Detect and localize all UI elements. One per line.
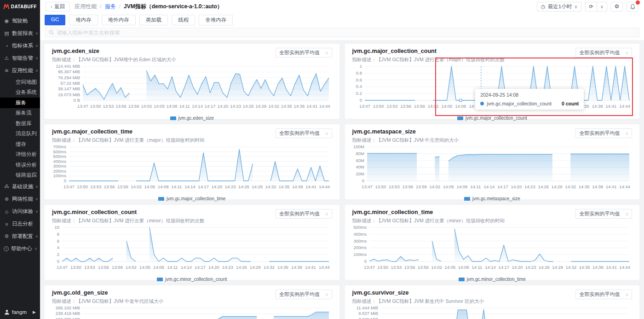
sidebar-item-database[interactable]: 数据库 [0,118,40,129]
chevron-down-icon: ∨ [35,44,38,48]
notifications-button[interactable] [627,2,638,12]
svg-text:13:59: 13:59 [117,184,128,189]
chart-legend[interactable]: jvm.gc.major_collection_time [52,196,332,202]
svg-text:13:53: 13:53 [391,265,402,270]
instance-aggregation-dropdown[interactable]: 全部实例的平均值∨ [575,290,632,299]
user-row[interactable]: fangm ▶ [0,305,40,319]
chart-legend[interactable]: jvm.gc.minor_collection_count [52,276,332,282]
sidebar-item-help-center[interactable]: ?帮助中心∨ [0,243,40,255]
chart-jvm-gc-eden-size[interactable]: 114.441 MiB95.367 MiB76.294 MiB57.22 MiB… [52,64,332,113]
sidebar-item-business-system[interactable]: 业务系统 [0,87,40,98]
back-button[interactable]: ‹ 返回 [46,2,70,12]
chart-jvm-gc-old-gen-size[interactable]: 286.102 MiB238.419 MiB190.735 MiB143.051… [52,305,332,319]
legend-marker [459,278,465,281]
svg-text:13:56: 13:56 [400,104,411,109]
chart-grid: jvm.gc.eden_size全部实例的平均值∨指标描述：【JVM GC指标】… [40,40,644,319]
chart-jvm-gc-metaspace-size[interactable]: 100M80M60M40M20M013:4713:5013:5313:5613:… [352,144,632,194]
tab-off-heap-memory[interactable]: 堆外内存 [102,15,136,25]
sidebar-item-space-map[interactable]: 空间地图 [0,77,40,87]
svg-text:0: 0 [362,178,364,183]
svg-text:14:23: 14:23 [524,184,535,189]
tab-heap-memory[interactable]: 堆内存 [69,15,98,25]
sidebar-item-label: 应用性能 [12,67,33,74]
chevron-down-icon: ∨ [625,131,628,136]
svg-text:14:17: 14:17 [205,104,216,109]
legend-label: jvm.gc.minor_collection_count [165,277,227,282]
instance-aggregation-dropdown[interactable]: 全部实例的平均值∨ [276,209,332,219]
svg-text:14:08: 14:08 [456,184,467,189]
svg-text:14:38: 14:38 [294,104,305,109]
sidebar-item-metric-system[interactable]: ◔指标体系∨ [0,40,40,52]
sidebar-item-app-performance[interactable]: ≋应用性能∧ [0,64,40,77]
sidebar-item-data-report[interactable]: ▤数据报表∨ [0,27,40,40]
instance-aggregation-dropdown[interactable]: 全部实例的平均值∨ [575,48,632,58]
chart-legend[interactable]: jvm.gc.metaspace_size [352,196,632,202]
svg-text:14:35: 14:35 [579,265,590,270]
sidebar-collapse-arrow-icon[interactable]: ▶ [33,310,36,314]
chart-jvm-gc-major-collection-time[interactable]: 700ms600ms500ms400ms300ms200ms100ms013:4… [52,144,332,194]
breadcrumb-service-link[interactable]: 服务 [105,3,116,11]
chevron-down-icon: ∨ [574,4,577,9]
sidebar-item-smart-alert[interactable]: ⚠智能告警∨ [0,52,40,64]
svg-text:14:02: 14:02 [141,104,152,109]
refresh-button[interactable]: ⟳ [586,2,596,11]
top-header: ‹ 返回 应用性能 / 服务 / JVM指标（demo-service-a-1.… [40,0,644,13]
dropdown-label: 全部实例的平均值 [579,49,620,56]
svg-text:14:41: 14:41 [306,104,317,109]
sidebar-item-deploy-config[interactable]: ⚙部署配置∨ [0,230,40,243]
card-header: jvm.gc.old_gen_size全部实例的平均值∨ [52,290,332,298]
instance-aggregation-dropdown[interactable]: 全部实例的平均值∨ [276,290,332,299]
chart-description: 指标描述：【JVM GC指标】JVM 进行次要（minor）垃圾回收时的时间 [352,218,632,225]
chevron-down-icon: ∨ [625,212,628,216]
svg-text:14:14: 14:14 [192,104,203,109]
instance-aggregation-dropdown[interactable]: 全部实例的平均值∨ [575,128,632,138]
tab-class-loading[interactable]: 类加载 [139,15,168,25]
chevron-down-icon: ∨ [625,292,628,297]
time-range-selector[interactable]: ◷ 最近1小时 ∨ [537,2,582,12]
svg-text:14:29: 14:29 [256,104,267,109]
sidebar-item-cockpit[interactable]: ◉驾驶舱 [0,15,40,27]
svg-text:7.629 MiB: 7.629 MiB [358,317,378,319]
settings-button[interactable]: ⚙ [611,2,623,12]
svg-text:100M: 100M [353,144,364,149]
svg-text:14:14: 14:14 [184,184,196,189]
brand-logo[interactable]: DATABUFF [0,0,40,13]
svg-text:14:38: 14:38 [292,184,303,189]
sidebar-item-message-queue[interactable]: 消息队列 [0,129,40,139]
instance-aggregation-dropdown[interactable]: 全部实例的平均值∨ [276,48,332,58]
sidebar-item-tracing[interactable]: 链路追踪 [0,170,40,181]
chart-legend[interactable]: jvm.gc.eden_size [52,115,332,121]
chart-legend[interactable]: jvm.gc.minor_collection_time [352,276,632,282]
chart-jvm-gc-minor-collection-time[interactable]: 500ms400ms300ms200ms100ms013:4713:5013:5… [352,225,632,274]
svg-text:14:08: 14:08 [458,265,469,270]
svg-text:40M: 40M [356,164,364,169]
svg-text:14:23: 14:23 [222,265,233,270]
sidebar-item-infrastructure[interactable]: ⁂基础设施∨ [0,180,40,193]
svg-text:14:41: 14:41 [605,104,616,109]
chart-jvm-gc-minor-collection-count[interactable]: 108642013:4713:5013:5313:5613:5914:0214:… [52,225,332,274]
svg-text:13:53: 13:53 [84,265,95,270]
sidebar-item-cache[interactable]: 缓存 [0,139,40,150]
search-input[interactable] [57,30,635,35]
sidebar-item-user-experience[interactable]: ☺访问体验∨ [0,205,40,218]
tab-thread[interactable]: 线程 [172,15,195,25]
refresh-interval-dropdown[interactable]: ∨ [597,2,607,11]
sidebar-item-error-analysis[interactable]: 错误分析 [0,160,40,170]
instance-aggregation-dropdown[interactable]: 全部实例的平均值∨ [276,128,332,138]
tab-gc[interactable]: GC [45,15,65,25]
svg-text:11.444 MiB: 11.444 MiB [356,305,378,310]
sidebar-item-service-flow[interactable]: 服务流 [0,108,40,119]
sidebar-item-service[interactable]: 服务 [0,98,40,108]
sidebar-item-detail-analysis[interactable]: 详细分析 [0,150,40,160]
svg-text:14:11: 14:11 [179,104,190,109]
svg-text:14:32: 14:32 [268,104,279,109]
tab-non-heap-memory[interactable]: 非堆内存 [199,15,233,25]
chart-jvm-gc-survivor-size[interactable]: 11.444 MiB9.537 MiB7.629 MiB5.722 MiB3.8… [352,305,632,319]
instance-aggregation-dropdown[interactable]: 全部实例的平均值∨ [575,209,632,219]
svg-text:14:17: 14:17 [198,184,209,189]
breadcrumb-app-performance[interactable]: 应用性能 [75,3,97,11]
sidebar-item-network-performance[interactable]: ⊕网络性能∨ [0,193,40,205]
chart-legend[interactable]: jvm.gc.major_collection_count [352,115,632,121]
svg-text:14:29: 14:29 [551,184,562,189]
sidebar-item-log-analysis[interactable]: ≡日志分析 [0,218,40,230]
